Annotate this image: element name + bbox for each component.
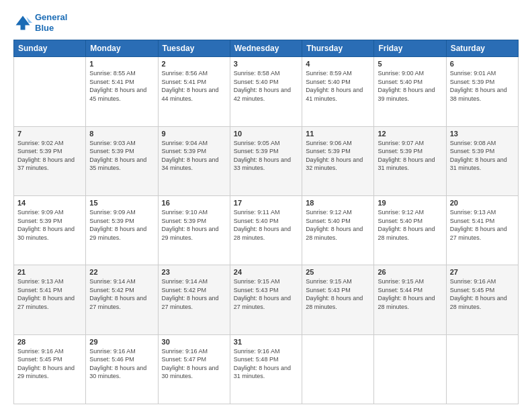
day-number: 7 [17, 130, 82, 138]
day-info: Sunrise: 9:01 AMSunset: 5:39 PMDaylight:… [450, 69, 515, 103]
calendar-cell: 23Sunrise: 9:14 AMSunset: 5:42 PMDayligh… [158, 265, 230, 334]
day-number: 5 [378, 60, 442, 68]
day-info: Sunrise: 8:55 AMSunset: 5:41 PMDaylight:… [89, 69, 154, 103]
header: General Blue [13, 12, 519, 33]
calendar-cell: 30Sunrise: 9:16 AMSunset: 5:47 PMDayligh… [158, 334, 230, 404]
day-number: 16 [162, 199, 226, 207]
calendar-header-friday: Friday [374, 40, 446, 57]
day-number: 11 [306, 130, 370, 138]
day-info: Sunrise: 9:14 AMSunset: 5:42 PMDaylight:… [89, 277, 154, 311]
calendar-cell: 11Sunrise: 9:06 AMSunset: 5:39 PMDayligh… [302, 126, 374, 195]
calendar-cell: 28Sunrise: 9:16 AMSunset: 5:45 PMDayligh… [14, 334, 86, 404]
day-info: Sunrise: 9:16 AMSunset: 5:45 PMDaylight:… [450, 277, 515, 311]
day-info: Sunrise: 9:15 AMSunset: 5:43 PMDaylight:… [306, 277, 370, 311]
calendar-cell: 29Sunrise: 9:16 AMSunset: 5:46 PMDayligh… [86, 334, 158, 404]
day-number: 13 [450, 130, 515, 138]
calendar-cell [446, 334, 518, 404]
day-info: Sunrise: 8:58 AMSunset: 5:40 PMDaylight:… [234, 69, 298, 103]
day-number: 2 [162, 60, 226, 68]
calendar-cell: 6Sunrise: 9:01 AMSunset: 5:39 PMDaylight… [446, 57, 518, 126]
day-number: 25 [306, 268, 370, 276]
day-info: Sunrise: 9:00 AMSunset: 5:40 PMDaylight:… [378, 69, 442, 103]
day-number: 30 [162, 338, 226, 346]
calendar-cell: 3Sunrise: 8:58 AMSunset: 5:40 PMDaylight… [230, 57, 302, 126]
calendar-cell: 1Sunrise: 8:55 AMSunset: 5:41 PMDaylight… [86, 57, 158, 126]
calendar-cell: 10Sunrise: 9:05 AMSunset: 5:39 PMDayligh… [230, 126, 302, 195]
calendar-cell: 18Sunrise: 9:12 AMSunset: 5:40 PMDayligh… [302, 195, 374, 265]
day-info: Sunrise: 9:06 AMSunset: 5:39 PMDaylight:… [306, 139, 370, 173]
day-number: 12 [378, 130, 442, 138]
day-number: 3 [234, 60, 298, 68]
calendar-cell: 17Sunrise: 9:11 AMSunset: 5:40 PMDayligh… [230, 195, 302, 265]
calendar-week-row: 7Sunrise: 9:02 AMSunset: 5:39 PMDaylight… [14, 126, 519, 195]
day-number: 26 [378, 268, 442, 276]
calendar-cell: 27Sunrise: 9:16 AMSunset: 5:45 PMDayligh… [446, 265, 518, 334]
calendar-cell: 21Sunrise: 9:13 AMSunset: 5:41 PMDayligh… [14, 265, 86, 334]
calendar-week-row: 28Sunrise: 9:16 AMSunset: 5:45 PMDayligh… [14, 334, 519, 404]
day-info: Sunrise: 9:03 AMSunset: 5:39 PMDaylight:… [89, 139, 154, 173]
day-info: Sunrise: 9:10 AMSunset: 5:39 PMDaylight:… [162, 208, 226, 242]
day-number: 24 [234, 268, 298, 276]
day-number: 28 [17, 338, 82, 346]
day-number: 4 [306, 60, 370, 68]
day-number: 29 [89, 338, 154, 346]
day-info: Sunrise: 9:13 AMSunset: 5:41 PMDaylight:… [450, 208, 515, 242]
calendar-cell: 22Sunrise: 9:14 AMSunset: 5:42 PMDayligh… [86, 265, 158, 334]
day-info: Sunrise: 9:12 AMSunset: 5:40 PMDaylight:… [378, 208, 442, 242]
calendar-cell: 15Sunrise: 9:09 AMSunset: 5:39 PMDayligh… [86, 195, 158, 265]
calendar-header-saturday: Saturday [446, 40, 518, 57]
calendar-cell: 4Sunrise: 8:59 AMSunset: 5:40 PMDaylight… [302, 57, 374, 126]
logo: General Blue [13, 12, 67, 33]
calendar-cell: 19Sunrise: 9:12 AMSunset: 5:40 PMDayligh… [374, 195, 446, 265]
day-info: Sunrise: 9:15 AMSunset: 5:43 PMDaylight:… [234, 277, 298, 311]
calendar-cell: 7Sunrise: 9:02 AMSunset: 5:39 PMDaylight… [14, 126, 86, 195]
day-info: Sunrise: 9:16 AMSunset: 5:48 PMDaylight:… [234, 347, 298, 381]
day-info: Sunrise: 9:13 AMSunset: 5:41 PMDaylight:… [17, 277, 82, 311]
day-info: Sunrise: 8:59 AMSunset: 5:40 PMDaylight:… [306, 69, 370, 103]
day-number: 21 [17, 268, 82, 276]
calendar-cell: 8Sunrise: 9:03 AMSunset: 5:39 PMDaylight… [86, 126, 158, 195]
calendar-cell: 12Sunrise: 9:07 AMSunset: 5:39 PMDayligh… [374, 126, 446, 195]
day-info: Sunrise: 9:05 AMSunset: 5:39 PMDaylight:… [234, 139, 298, 173]
calendar-cell: 5Sunrise: 9:00 AMSunset: 5:40 PMDaylight… [374, 57, 446, 126]
day-info: Sunrise: 9:16 AMSunset: 5:45 PMDaylight:… [17, 347, 82, 381]
day-number: 10 [234, 130, 298, 138]
calendar-cell [14, 57, 86, 126]
day-number: 6 [450, 60, 515, 68]
day-number: 31 [234, 338, 298, 346]
day-number: 22 [89, 268, 154, 276]
calendar-table: SundayMondayTuesdayWednesdayThursdayFrid… [13, 40, 519, 404]
day-number: 23 [162, 268, 226, 276]
day-info: Sunrise: 9:16 AMSunset: 5:47 PMDaylight:… [162, 347, 226, 381]
svg-marker-0 [16, 15, 30, 30]
calendar-cell: 24Sunrise: 9:15 AMSunset: 5:43 PMDayligh… [230, 265, 302, 334]
calendar-week-row: 21Sunrise: 9:13 AMSunset: 5:41 PMDayligh… [14, 265, 519, 334]
calendar-cell: 16Sunrise: 9:10 AMSunset: 5:39 PMDayligh… [158, 195, 230, 265]
day-number: 15 [89, 199, 154, 207]
day-number: 17 [234, 199, 298, 207]
calendar-header-thursday: Thursday [302, 40, 374, 57]
day-info: Sunrise: 9:14 AMSunset: 5:42 PMDaylight:… [162, 277, 226, 311]
day-info: Sunrise: 9:09 AMSunset: 5:39 PMDaylight:… [89, 208, 154, 242]
calendar-cell [374, 334, 446, 404]
day-info: Sunrise: 9:04 AMSunset: 5:39 PMDaylight:… [162, 139, 226, 173]
day-number: 20 [450, 199, 515, 207]
day-info: Sunrise: 9:15 AMSunset: 5:44 PMDaylight:… [378, 277, 442, 311]
calendar-cell: 20Sunrise: 9:13 AMSunset: 5:41 PMDayligh… [446, 195, 518, 265]
day-info: Sunrise: 9:08 AMSunset: 5:39 PMDaylight:… [450, 139, 515, 173]
calendar-cell: 14Sunrise: 9:09 AMSunset: 5:39 PMDayligh… [14, 195, 86, 265]
day-number: 8 [89, 130, 154, 138]
calendar-header-sunday: Sunday [14, 40, 86, 57]
day-info: Sunrise: 8:56 AMSunset: 5:41 PMDaylight:… [162, 69, 226, 103]
logo-text: General Blue [35, 12, 67, 33]
calendar-cell: 26Sunrise: 9:15 AMSunset: 5:44 PMDayligh… [374, 265, 446, 334]
calendar-cell: 13Sunrise: 9:08 AMSunset: 5:39 PMDayligh… [446, 126, 518, 195]
calendar-header-tuesday: Tuesday [158, 40, 230, 57]
calendar-cell: 25Sunrise: 9:15 AMSunset: 5:43 PMDayligh… [302, 265, 374, 334]
day-number: 18 [306, 199, 370, 207]
page: General Blue SundayMondayTuesdayWednesda… [0, 0, 532, 411]
day-info: Sunrise: 9:02 AMSunset: 5:39 PMDaylight:… [17, 139, 82, 173]
calendar-cell: 2Sunrise: 8:56 AMSunset: 5:41 PMDaylight… [158, 57, 230, 126]
calendar-cell: 9Sunrise: 9:04 AMSunset: 5:39 PMDaylight… [158, 126, 230, 195]
day-number: 9 [162, 130, 226, 138]
